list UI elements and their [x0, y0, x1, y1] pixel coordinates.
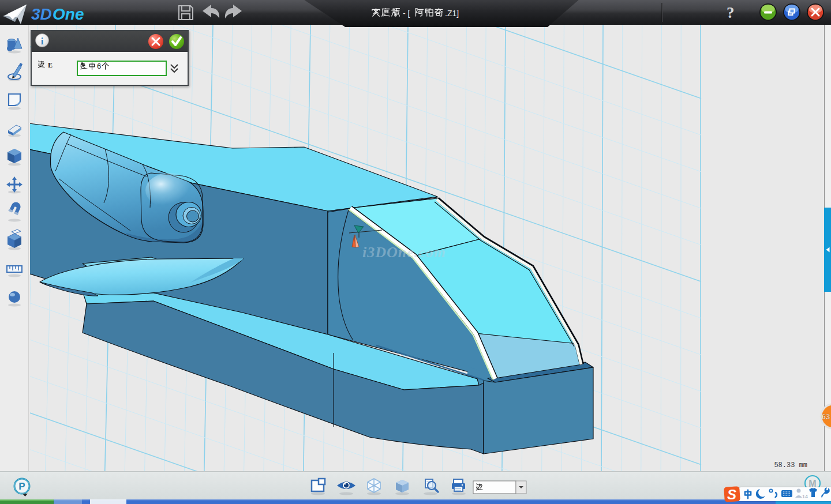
svg-text:One: One [53, 5, 84, 23]
svg-text:63: 63 [822, 412, 830, 421]
svg-text:58.33 mm: 58.33 mm [774, 461, 807, 469]
svg-text:- [: - [ [403, 9, 410, 18]
svg-text:S: S [727, 487, 736, 502]
svg-text:i3DOne.com: i3DOne.com [362, 244, 446, 261]
svg-text:?: ? [727, 4, 735, 21]
svg-text:P: P [18, 481, 25, 492]
svg-text:14: 14 [802, 494, 808, 499]
svg-text:i: i [41, 36, 44, 47]
svg-text:3D: 3D [31, 5, 52, 23]
svg-text:6: 6 [97, 62, 101, 70]
svg-text:.Z1]: .Z1] [445, 9, 459, 18]
svg-text:E: E [48, 61, 53, 69]
